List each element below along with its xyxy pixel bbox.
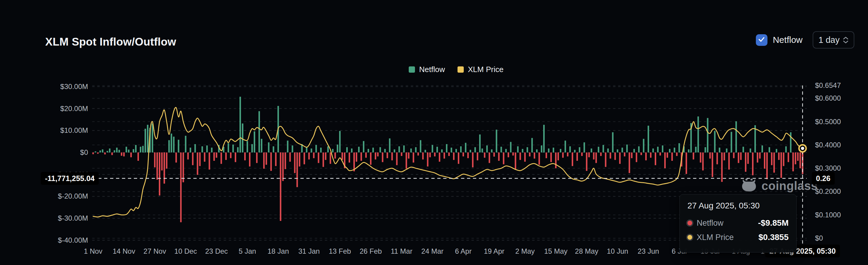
netflow-bar <box>133 149 134 152</box>
netflow-bar <box>121 152 122 156</box>
netflow-bar <box>543 125 545 152</box>
netflow-bar <box>695 147 697 152</box>
netflow-bar <box>636 152 637 162</box>
netflow-bar <box>800 152 801 168</box>
netflow-bar <box>489 152 490 163</box>
y-axis-tick-right: $0.3000 <box>815 164 841 172</box>
netflow-bar <box>510 142 512 152</box>
tooltip-date: 27 Aug 2025, 05:30 <box>687 201 788 210</box>
netflow-bar <box>363 141 364 152</box>
netflow-bar <box>721 152 722 182</box>
netflow-bar <box>448 152 450 156</box>
netflow-bar <box>308 152 310 159</box>
netflow-bar <box>401 152 402 156</box>
netflow-bar <box>795 152 796 164</box>
y-axis-tick-right: $0.5000 <box>815 118 841 126</box>
netflow-bar <box>332 149 334 152</box>
netflow-bar <box>538 152 540 165</box>
netflow-bar <box>185 136 187 152</box>
netflow-bar <box>482 149 483 152</box>
y-axis-tick-right: $0.2000 <box>815 187 841 196</box>
netflow-bar <box>334 152 336 159</box>
netflow-bar <box>410 149 412 152</box>
netflow-bar <box>180 152 182 222</box>
x-axis-tick: 11 Mar <box>391 247 412 256</box>
netflow-bar <box>387 152 388 158</box>
netflow-bar <box>503 152 504 164</box>
netflow-bar <box>603 145 604 152</box>
netflow-bar <box>624 152 625 156</box>
netflow-bar <box>417 152 419 155</box>
x-axis-tick: 15 May <box>544 247 567 256</box>
chart-tooltip: 27 Aug 2025, 05:30 Netflow -$9.85M XLM P… <box>679 194 797 253</box>
netflow-bar <box>451 148 452 152</box>
netflow-bar <box>657 147 659 152</box>
netflow-bar <box>339 131 341 152</box>
netflow-bar <box>463 152 464 156</box>
netflow-bar <box>666 152 668 158</box>
netflow-bar <box>403 145 405 152</box>
netflow-bar <box>541 145 542 152</box>
netflow-bar <box>664 152 666 168</box>
netflow-bar <box>619 152 621 164</box>
netflow-bar <box>211 148 212 152</box>
netflow-bar <box>605 152 607 167</box>
y-axis-tick-right: $0.6000 <box>815 94 841 102</box>
netflow-bar <box>515 152 516 169</box>
netflow-bar <box>529 152 530 156</box>
netflow-bar <box>443 152 445 159</box>
netflow-bar <box>256 152 258 163</box>
netflow-bar <box>496 129 497 152</box>
netflow-bar <box>750 149 751 152</box>
netflow-bar <box>465 143 466 152</box>
netflow-bar <box>285 152 286 169</box>
netflow-bar <box>628 152 630 173</box>
netflow-bar <box>368 149 369 152</box>
netflow-bar <box>676 152 678 156</box>
netflow-bar <box>434 152 435 156</box>
netflow-bar <box>584 142 585 152</box>
tooltip-row-netflow: Netflow -$9.85M <box>687 218 788 228</box>
netflow-bar <box>679 143 680 152</box>
netflow-bar <box>247 141 248 152</box>
y-axis-tick-right: $0.1000 <box>815 211 841 219</box>
netflow-bar <box>453 152 455 160</box>
netflow-bar <box>216 152 217 158</box>
netflow-bar <box>757 152 758 163</box>
netflow-bar <box>420 140 421 152</box>
netflow-bar <box>313 152 314 158</box>
y-axis-tick-right: $0.6547 <box>815 81 841 90</box>
netflow-bar <box>99 150 101 152</box>
netflow-bar <box>116 148 118 152</box>
netflow-bar <box>147 125 149 152</box>
netflow-dot-icon <box>687 220 692 226</box>
netflow-bar <box>422 152 424 159</box>
netflow-bar <box>432 145 433 152</box>
coinglass-chart-page: XLM Spot Inflow/Outflow Netflow 1 day Ne… <box>0 0 868 265</box>
netflow-bar <box>190 148 191 152</box>
netflow-bar <box>213 152 215 161</box>
netflow-bar <box>470 150 471 152</box>
netflow-bar <box>574 150 576 152</box>
netflow-bar <box>268 142 270 152</box>
netflow-bar <box>698 116 699 152</box>
crosshair-netflow-label: -11,771,255.04 <box>41 172 99 185</box>
netflow-bar <box>508 152 509 157</box>
y-axis-tick-left: $-20.00M <box>58 192 88 200</box>
netflow-bar <box>242 124 243 152</box>
netflow-bar <box>446 144 447 152</box>
netflow-bar <box>235 152 236 162</box>
coinglass-watermark: coinglass <box>741 179 818 193</box>
netflow-bar <box>785 146 787 152</box>
netflow-bar <box>427 152 428 167</box>
netflow-bar <box>586 152 588 171</box>
netflow-bar <box>351 149 352 152</box>
netflow-bar <box>176 152 177 163</box>
netflow-bar <box>384 149 386 152</box>
x-axis-tick: 6 Apr <box>455 247 471 256</box>
netflow-bar <box>104 152 105 154</box>
netflow-bar <box>705 147 706 152</box>
netflow-bar <box>700 152 702 163</box>
netflow-bar <box>341 152 343 160</box>
netflow-bar <box>425 150 426 152</box>
